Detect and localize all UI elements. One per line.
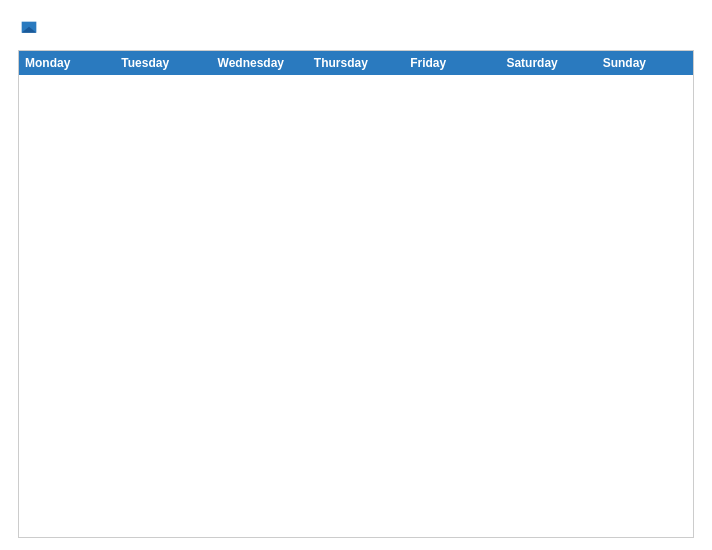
calendar: MondayTuesdayWednesdayThursdayFridaySatu… — [18, 50, 694, 538]
page: MondayTuesdayWednesdayThursdayFridaySatu… — [0, 0, 712, 550]
logo-icon — [18, 18, 40, 40]
day-header-monday: Monday — [19, 51, 115, 75]
day-header-wednesday: Wednesday — [212, 51, 308, 75]
header — [18, 18, 694, 40]
day-header-sunday: Sunday — [597, 51, 693, 75]
weeks-container — [19, 75, 693, 537]
logo — [18, 18, 44, 40]
day-header-saturday: Saturday — [500, 51, 596, 75]
day-header-thursday: Thursday — [308, 51, 404, 75]
day-header-friday: Friday — [404, 51, 500, 75]
day-header-tuesday: Tuesday — [115, 51, 211, 75]
days-header: MondayTuesdayWednesdayThursdayFridaySatu… — [19, 51, 693, 75]
